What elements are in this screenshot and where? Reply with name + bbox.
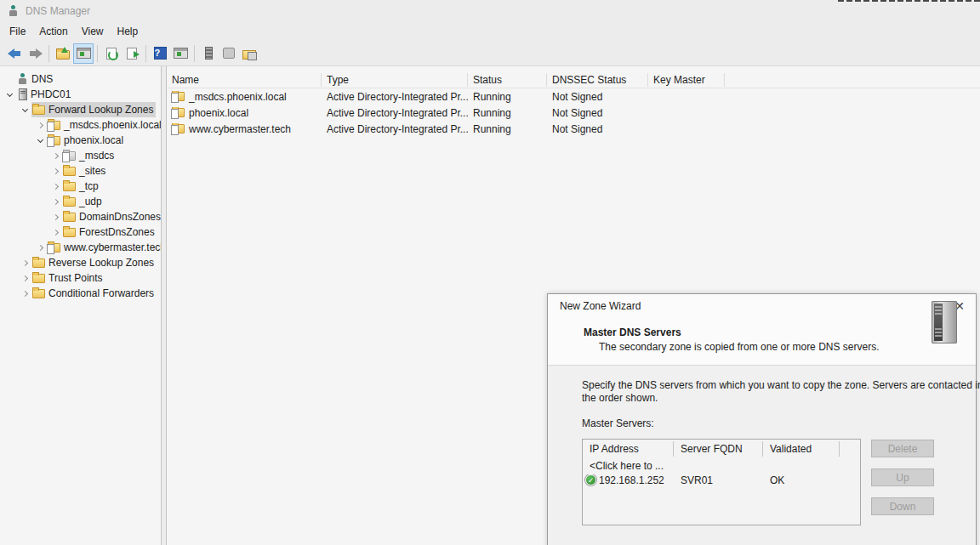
zone-dnssec-status: Not Signed [547,91,648,103]
ms-column-ip-address[interactable]: IP Address [583,441,674,457]
menu-view[interactable]: View [75,24,111,39]
tree-item-tcp[interactable]: _tcp [0,179,161,194]
ms-ip-address: 192.168.1.252 [599,474,664,486]
folder-icon [32,274,45,283]
tree-item-udp[interactable]: _udp [0,194,161,209]
ms-validated: OK [763,474,840,486]
chevron-right-icon[interactable] [19,292,31,296]
tree-item-forestdnszones[interactable]: ForestDnsZones [0,224,161,240]
chevron-right-icon[interactable] [49,169,62,173]
tree-item-dns[interactable]: DNS [0,71,161,87]
tree-item-msdcs-phoenix-local[interactable]: _msdcs.phoenix.local [0,117,161,133]
delete-button[interactable]: Delete [871,440,934,457]
chevron-right-icon[interactable] [19,261,31,265]
tree-item-content: phoenix.local [47,133,126,148]
dns-root-icon [17,73,28,85]
menu-bar: File Action View Help [0,22,980,41]
ms-column-validated[interactable]: Validated [763,441,840,457]
tree-item-domaindnszones[interactable]: DomainDnsZones [0,209,161,224]
chevron-right-icon[interactable] [49,185,62,189]
menu-file[interactable]: File [3,24,32,39]
chevron-down-icon[interactable] [34,139,47,142]
console-window-button[interactable] [170,43,191,64]
tree-item-content: _udp [62,194,105,209]
chevron-right-icon[interactable] [49,200,62,204]
tree-item-label: _msdcs [79,150,114,162]
toolbar-separator [97,45,98,62]
folder-icon [63,167,76,176]
up-one-level-button[interactable] [53,43,73,64]
chevron-right-icon[interactable] [49,230,62,235]
column-header-type[interactable]: Type [322,73,468,87]
chevron-right-icon[interactable] [19,276,31,281]
zone-dnssec-status: Not Signed [547,123,648,135]
monitor-button[interactable] [219,43,239,64]
chevron-down-icon[interactable] [19,109,31,111]
zone-name-cell: www.cybermaster.tech [167,123,322,135]
wizard-instruction: Specify the DNS servers from which you w… [582,379,980,405]
zone-name: www.cybermaster.tech [189,123,291,135]
zone-type: Active Directory-Integrated Pr... [322,91,468,103]
ms-server-row[interactable]: ✓192.168.1.252SVR01OK [583,473,860,487]
menu-action[interactable]: Action [32,24,74,39]
tree-item-phdc01[interactable]: PHDC01 [0,87,161,102]
down-button[interactable]: Down [871,497,934,515]
zone-icon [172,92,185,101]
tree-item-label: DomainDnsZones [79,211,161,223]
column-header-status[interactable]: Status [468,73,547,87]
back-arrow-button[interactable] [4,43,25,64]
chevron-right-icon[interactable] [34,123,47,128]
export-list-button[interactable] [122,43,142,64]
zone-folder-icon [242,50,256,60]
chevron-right-icon[interactable] [34,246,47,250]
refresh-button[interactable] [101,43,122,64]
menu-help[interactable]: Help [111,24,145,39]
tree-item-trust-points[interactable]: Trust Points [0,270,161,286]
zone-icon [48,136,60,145]
tree-item-reverse-lookup-zones[interactable]: Reverse Lookup Zones [0,255,161,270]
ms-add-server-prompt[interactable]: <Click here to ... [583,460,664,472]
zone-list-rows: _msdcs.phoenix.localActive Directory-Int… [167,88,980,137]
master-servers-rows: <Click here to ...✓192.168.1.252SVR01OK [583,458,860,487]
wizard-subheading: The secondary zone is copied from one or… [599,341,879,353]
monitor-icon [223,48,235,59]
chevron-right-icon[interactable] [49,215,62,219]
tree-item-www-cybermaster-tech[interactable]: www.cybermaster.tech [0,240,161,255]
tree-item-conditional-forwarders[interactable]: Conditional Forwarders [0,286,161,301]
show-console-tree-button[interactable] [73,43,94,64]
tree-item-content: _msdcs.phoenix.local [47,117,162,133]
chevron-down-icon[interactable] [3,94,16,96]
tree-item-forward-lookup-zones[interactable]: Forward Lookup Zones [0,102,161,117]
ms-column-server-fqdn[interactable]: Server FQDN [674,441,763,457]
server-properties-button[interactable] [198,43,219,64]
server-properties-icon [205,47,213,60]
tree-item-sites[interactable]: _sites [0,163,161,179]
tree-item-content: _tcp [62,179,101,194]
tree-item-msdcs[interactable]: _msdcs [0,148,161,163]
help-button[interactable]: ? [150,43,170,64]
tree-item-phoenix-local[interactable]: phoenix.local [0,133,161,148]
zone-icon [172,124,185,133]
dialog-button-column: DeleteUpDown [871,440,934,515]
tree-item-content: Trust Points [31,270,105,286]
forward-arrow-button[interactable] [25,43,45,64]
validated-check-icon: ✓ [585,474,596,485]
ms-placeholder-row[interactable]: <Click here to ... [583,458,860,473]
list-header: Name Type Status DNSSEC Status Key Maste… [167,71,980,88]
chevron-right-icon[interactable] [49,154,62,158]
zone-folder-button[interactable] [239,43,259,64]
tree-item-label: _sites [79,165,105,177]
up-button[interactable]: Up [871,468,934,486]
master-servers-label: Master Servers: [582,417,654,429]
tree-item-content: Reverse Lookup Zones [31,255,157,270]
column-header-name[interactable]: Name [167,73,322,87]
column-header-dnssec-status[interactable]: DNSSEC Status [547,73,648,87]
console-tree-panel[interactable]: DNSPHDC01Forward Lookup Zones_msdcs.phoe… [0,66,162,545]
zone-row-phoenix-local[interactable]: phoenix.localActive Directory-Integrated… [167,105,980,121]
master-servers-table[interactable]: IP Address Server FQDN Validated <Click … [582,439,861,525]
console-window-icon [174,48,188,59]
zone-row-www-cybermaster-tech[interactable]: www.cybermaster.techActive Directory-Int… [167,121,980,137]
column-header-key-master[interactable]: Key Master [648,73,725,87]
zone-row-msdcs-phoenix-local[interactable]: _msdcs.phoenix.localActive Directory-Int… [167,88,980,105]
server-icon [19,88,27,100]
